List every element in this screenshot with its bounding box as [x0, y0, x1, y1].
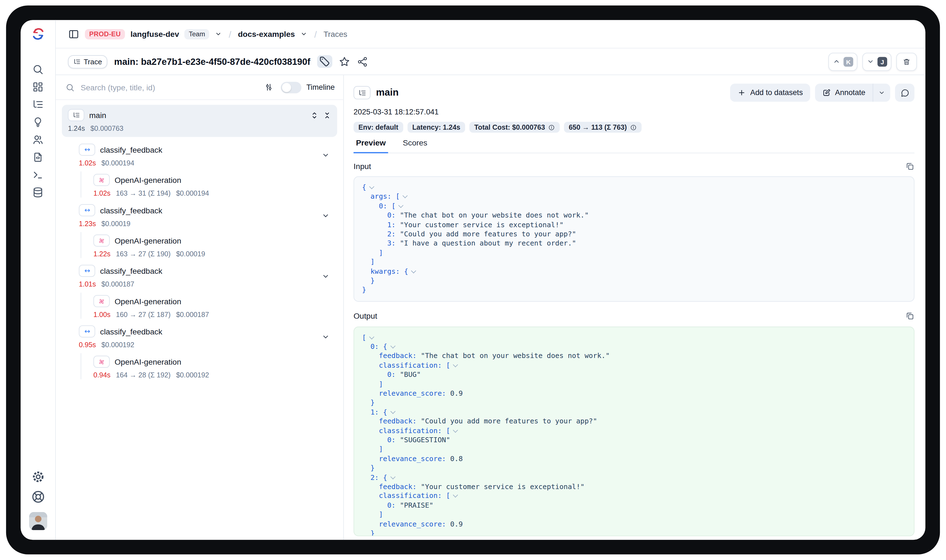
langfuse-app: PROD-EU langfuse-dev Team / docs-example… [20, 20, 925, 540]
sidebar-terminal-icon[interactable] [31, 167, 45, 182]
next-trace-button[interactable]: J [862, 52, 891, 71]
json-line: } [362, 286, 906, 295]
sidebar-file-code-icon[interactable] [31, 150, 45, 164]
previous-trace-button[interactable]: K [829, 52, 858, 71]
sidebar-lightbulb-icon[interactable] [31, 114, 45, 129]
collapse-node-chevron[interactable] [398, 203, 404, 208]
json-line: [ [362, 333, 906, 343]
sidebar-list-tree-icon[interactable] [31, 97, 45, 111]
collapse-node-chevron[interactable] [453, 427, 458, 432]
filter-sliders-icon[interactable] [264, 82, 274, 92]
comment-bubble-icon [900, 88, 909, 97]
detail-tabs: PreviewScores [353, 138, 915, 154]
search-icon [65, 83, 75, 92]
sidebar-search-icon[interactable] [31, 62, 45, 76]
tree-generation-row[interactable]: OpenAI-generation 1.00s 160 → 27 (Σ 187)… [93, 292, 337, 318]
tree-generation-row[interactable]: OpenAI-generation 1.22s 163 → 27 (Σ 190)… [93, 232, 337, 258]
star-bookmark-button[interactable] [338, 55, 350, 68]
sidebar-dashboard-icon[interactable] [31, 79, 45, 94]
trace-nav-actions: K J [829, 52, 917, 71]
generation-title: OpenAI-generation [114, 357, 181, 366]
sidebar-users-icon[interactable] [31, 132, 45, 146]
input-json-card: { args: [ 0: [ 0: "The chat bot on your … [353, 176, 915, 302]
json-line: ] [362, 510, 906, 520]
tree-root-title: main [89, 111, 106, 120]
badge-label: 650 → 113 (Σ 763) [569, 123, 627, 131]
collapse-span-chevron[interactable] [321, 332, 330, 341]
span-title: classify_feedback [100, 327, 162, 336]
content-split: Timeline main 1.24s [56, 75, 925, 540]
span-children: OpenAI-generation 1.00s 160 → 27 (Σ 187)… [81, 292, 337, 318]
chevron-down-icon[interactable] [215, 30, 222, 37]
collapse-span-chevron[interactable] [321, 211, 330, 220]
collapse-node-chevron[interactable] [390, 474, 395, 479]
metadata-badge: 650 → 113 (Σ 763) [564, 122, 641, 132]
panel-left-toggle-icon[interactable] [68, 28, 80, 40]
trace-type-badge: Trace [68, 55, 108, 68]
breadcrumb-bar: PROD-EU langfuse-dev Team / docs-example… [56, 20, 925, 49]
timeline-toggle[interactable] [281, 82, 301, 93]
tree-search-input[interactable] [79, 82, 264, 92]
generation-title: OpenAI-generation [114, 297, 181, 306]
generation-type-icon [93, 355, 110, 368]
collapse-node-chevron[interactable] [411, 268, 416, 273]
breadcrumb-org[interactable]: langfuse-dev [130, 29, 179, 38]
breadcrumb-divider: / [313, 29, 318, 39]
detail-actions: Add to datasets Annotate [730, 84, 915, 102]
generation-tokens: 163 → 27 (Σ 190) [116, 250, 171, 257]
delete-trace-button[interactable] [897, 52, 917, 71]
support-life-buoy-icon[interactable] [31, 489, 45, 504]
tree-span-row[interactable]: classify_feedback 1.01s $0.000187 OpenAI… [79, 264, 337, 318]
breadcrumb-project[interactable]: docs-examples [238, 29, 295, 38]
annotate-dropdown-button[interactable] [872, 84, 890, 102]
tree-generation-row[interactable]: OpenAI-generation 0.94s 164 → 28 (Σ 192)… [93, 353, 337, 379]
add-to-datasets-button[interactable]: Add to datasets [730, 84, 810, 102]
tree-span-row[interactable]: classify_feedback 1.23s $0.00019 OpenAI-… [79, 204, 337, 258]
collapse-node-chevron[interactable] [369, 334, 374, 340]
span-cost: $0.000187 [101, 280, 134, 287]
sidebar-nav [31, 62, 45, 199]
generation-title: OpenAI-generation [114, 175, 181, 185]
tree-root-row[interactable]: main 1.24s $0.000763 [62, 105, 337, 137]
info-icon[interactable] [630, 124, 636, 131]
sidebar-database-icon[interactable] [31, 185, 45, 199]
span-duration: 1.02s [79, 159, 96, 166]
tree-generation-row[interactable]: OpenAI-generation 1.02s 163 → 31 (Σ 194)… [93, 172, 337, 198]
tree-search-row: Timeline [56, 75, 343, 100]
collapse-span-chevron[interactable] [321, 151, 330, 159]
generation-tokens: 164 → 28 (Σ 192) [116, 371, 171, 378]
tree-span-row[interactable]: classify_feedback 1.02s $0.000194 OpenAI… [79, 143, 337, 198]
copy-icon[interactable] [906, 162, 915, 171]
span-cost: $0.000192 [101, 341, 134, 348]
collapse-node-chevron[interactable] [403, 194, 408, 198]
info-icon[interactable] [548, 124, 555, 131]
json-line: 0: { [362, 343, 906, 352]
tab-preview[interactable]: Preview [353, 138, 388, 153]
collapse-node-chevron[interactable] [390, 409, 395, 414]
expand-all-icon[interactable] [311, 111, 318, 119]
chevron-down-icon[interactable] [300, 30, 307, 37]
tab-scores[interactable]: Scores [400, 138, 430, 153]
detail-header: main Add to datasets Annotate [344, 75, 926, 153]
collapse-node-chevron[interactable] [369, 184, 374, 189]
collapse-node-chevron[interactable] [453, 493, 458, 498]
collapse-span-chevron[interactable] [321, 272, 330, 281]
collapse-all-icon[interactable] [323, 111, 331, 119]
annotate-button[interactable]: Annotate [815, 84, 873, 102]
generation-duration: 1.02s [93, 189, 111, 197]
tree-span-list: classify_feedback 1.02s $0.000194 OpenAI… [62, 143, 337, 379]
tree-span-row[interactable]: classify_feedback 0.95s $0.000192 OpenAI… [79, 325, 337, 379]
copy-icon[interactable] [906, 311, 915, 321]
collapse-node-chevron[interactable] [390, 343, 395, 349]
span-type-icon [79, 204, 95, 216]
collapse-node-chevron[interactable] [453, 362, 458, 368]
share-button[interactable] [356, 55, 369, 68]
json-line: 2: "Could you add more features to your … [362, 230, 906, 239]
observation-tree: main 1.24s $0.000763 class [56, 100, 343, 540]
user-avatar[interactable] [29, 512, 47, 530]
detail-scroll-area[interactable]: Input { args: [ 0: [ 0: "The chat bot on… [344, 153, 926, 540]
comments-button[interactable] [895, 84, 914, 102]
settings-gear-icon[interactable] [31, 470, 45, 484]
tag-button[interactable] [317, 55, 332, 68]
breadcrumb-page[interactable]: Traces [324, 29, 347, 38]
